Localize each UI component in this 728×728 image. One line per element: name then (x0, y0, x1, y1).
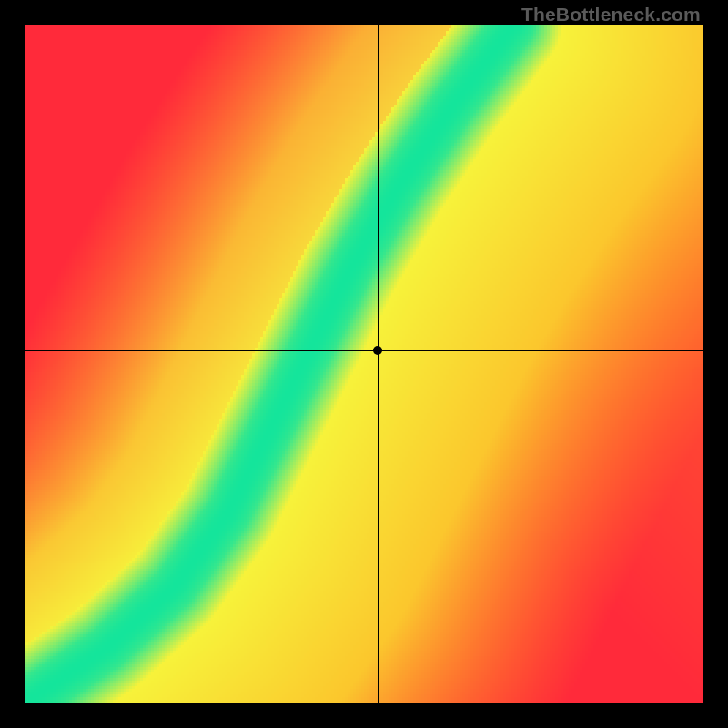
chart-frame: TheBottleneck.com (0, 0, 728, 728)
selection-marker (373, 346, 382, 355)
crosshair-horizontal (25, 350, 703, 351)
heatmap-canvas (25, 25, 703, 703)
watermark-text: TheBottleneck.com (521, 4, 701, 25)
crosshair-vertical (378, 25, 379, 703)
heatmap-plot (25, 25, 703, 703)
